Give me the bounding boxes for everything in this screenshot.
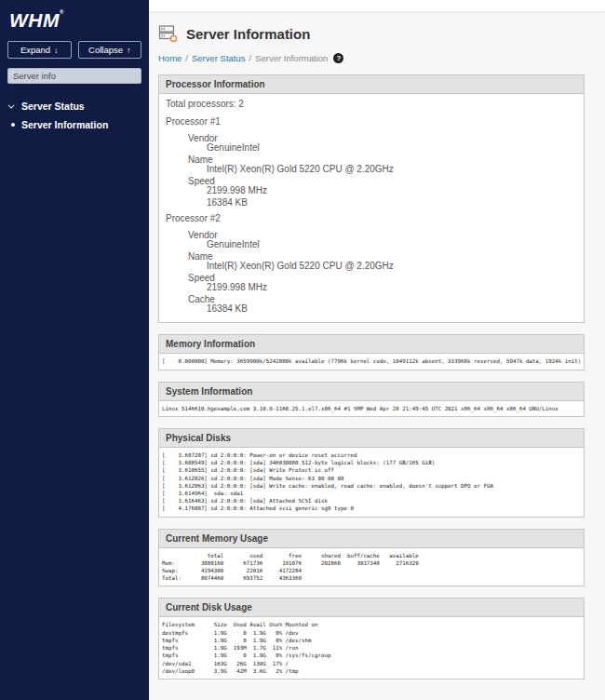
- section-title: Processor Information: [159, 75, 584, 94]
- spec-value: 2199.998 MHz: [207, 283, 577, 292]
- sidebar-item-label: Server Information: [21, 119, 108, 130]
- spec-value: 16384 KB: [207, 304, 577, 314]
- collapse-button[interactable]: Collapse ↑: [78, 41, 142, 59]
- whm-logo: WHM®: [7, 7, 141, 41]
- memory-information-section: Memory Information [ 0.000000] Memory: 3…: [158, 334, 585, 370]
- physical-disks-output: [ 3.607207] sd 2:0:0:0: Power-on or devi…: [159, 448, 584, 517]
- whm-logo-text: WHM: [9, 9, 60, 31]
- section-title: Current Memory Usage: [159, 530, 584, 548]
- spec-row: Speed 2199.998 MHz: [166, 177, 577, 195]
- arrow-up-icon: ↑: [127, 46, 131, 55]
- page-title: Server Information: [186, 26, 310, 42]
- sidebar-nav: Server Status Server Information: [7, 97, 141, 134]
- spec-value: GenuineIntel: [207, 240, 577, 249]
- system-information-output: Linux 5146610.hgexample.com 3.10.0-1160.…: [159, 401, 584, 416]
- spec-value: Intel(R) Xeon(R) Gold 5220 CPU @ 2.20GHz: [207, 262, 577, 271]
- spec-row: Name Intel(R) Xeon(R) Gold 5220 CPU @ 2.…: [166, 252, 577, 271]
- breadcrumb-link-server-status[interactable]: Server Status: [192, 53, 246, 63]
- main-area: Server Information Home / Server Status …: [149, 0, 605, 700]
- physical-disks-section: Physical Disks [ 3.607207] sd 2:0:0:0: P…: [158, 428, 585, 518]
- sidebar-item-server-status[interactable]: Server Status: [7, 97, 141, 115]
- processor-name: Processor #2: [166, 214, 577, 223]
- spec-value: 16384 KB: [207, 198, 577, 208]
- processor-information-section: Processor Information Total processors: …: [158, 74, 585, 323]
- top-bar: [149, 0, 605, 11]
- spec-row: Vendor GenuineIntel: [166, 134, 577, 153]
- current-disk-usage-output: Filesystem Size Used Avail Use% Mounted …: [159, 617, 584, 679]
- current-memory-usage-section: Current Memory Usage total used free sha…: [158, 529, 585, 587]
- section-title: System Information: [159, 383, 584, 401]
- sidebar-item-server-information[interactable]: Server Information: [7, 115, 141, 134]
- processor-information-body: Total processors: 2 Processor #1 Vendor …: [159, 94, 584, 322]
- memory-information-output: [ 0.000000] Memory: 3659900k/5242880k av…: [159, 354, 584, 369]
- spec-value: 2199.998 MHz: [207, 186, 577, 195]
- current-disk-usage-section: Current Disk Usage Filesystem Size Used …: [158, 598, 585, 680]
- spec-value: Intel(R) Xeon(R) Gold 5220 CPU @ 2.20GHz: [207, 165, 577, 174]
- total-processors: Total processors: 2: [166, 100, 577, 109]
- spec-row: Speed 2199.998 MHz: [166, 274, 577, 292]
- chevron-down-icon: [8, 101, 15, 108]
- section-title: Physical Disks: [159, 429, 584, 448]
- breadcrumb-separator: /: [249, 53, 252, 63]
- processor-name: Processor #1: [166, 117, 577, 127]
- expand-button-label: Expand: [20, 45, 50, 55]
- sidebar: WHM® Expand ↓ Collapse ↑ Server Status S…: [0, 0, 149, 700]
- registered-mark: ®: [60, 9, 64, 15]
- page-header: Server Information: [158, 23, 585, 45]
- sidebar-toolbar: Expand ↓ Collapse ↑: [7, 41, 141, 59]
- spec-row: Cache 16384 KB: [166, 295, 577, 314]
- section-title: Memory Information: [159, 335, 584, 354]
- arrow-down-icon: ↓: [54, 46, 59, 55]
- breadcrumb-link-home[interactable]: Home: [158, 53, 182, 63]
- spec-row: Vendor GenuineIntel: [166, 231, 577, 249]
- current-memory-usage-output: total used free shared buff/cache availa…: [159, 548, 584, 586]
- spec-value: GenuineIntel: [207, 143, 577, 153]
- breadcrumb-separator: /: [185, 53, 188, 63]
- bullet-icon: [11, 123, 15, 127]
- sidebar-search-input[interactable]: [7, 68, 141, 84]
- breadcrumb-current: Server Information: [255, 53, 328, 63]
- sidebar-item-label: Server Status: [21, 101, 85, 112]
- breadcrumb: Home / Server Status / Server Informatio…: [158, 53, 585, 63]
- section-title: Current Disk Usage: [159, 599, 584, 617]
- page-content: Server Information Home / Server Status …: [149, 11, 605, 700]
- spec-row: Name Intel(R) Xeon(R) Gold 5220 CPU @ 2.…: [166, 155, 577, 174]
- spec-row: 16384 KB: [166, 198, 577, 208]
- server-icon: [158, 23, 178, 45]
- help-icon[interactable]: ?: [333, 53, 343, 63]
- collapse-button-label: Collapse: [88, 45, 123, 55]
- system-information-section: System Information Linux 5146610.hgexamp…: [158, 382, 585, 417]
- expand-button[interactable]: Expand ↓: [7, 41, 72, 59]
